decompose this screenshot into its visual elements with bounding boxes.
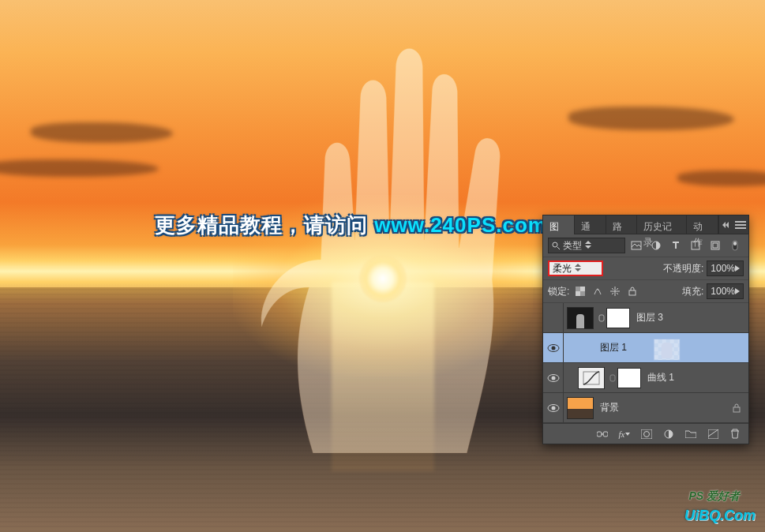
new-adjustment-button[interactable] xyxy=(660,425,677,443)
filter-shape-icon[interactable] xyxy=(687,238,704,253)
watermark-text-a: 更多精品教程，请访问 xyxy=(155,213,374,237)
lock-icon xyxy=(729,403,744,413)
chevron-updown-icon xyxy=(585,240,591,251)
visibility-toggle[interactable] xyxy=(543,303,564,333)
layer-mask-thumbnail[interactable] xyxy=(617,368,641,388)
lock-transparency-icon[interactable] xyxy=(572,283,588,299)
new-group-button[interactable] xyxy=(682,425,699,443)
fill-input[interactable]: 100% xyxy=(707,283,744,299)
corner-watermark-script: PS 爱好者 xyxy=(688,489,740,504)
eye-icon xyxy=(547,403,560,413)
layer-thumbnail[interactable] xyxy=(567,307,594,329)
watermark-text: 更多精品教程，请访问 www.240PS.com xyxy=(155,212,547,239)
tab-history[interactable]: 历史记录 xyxy=(637,215,687,234)
layer-row[interactable]: 背景 xyxy=(543,393,748,423)
eye-icon xyxy=(547,343,560,353)
fill-value: 100% xyxy=(711,286,735,297)
svg-rect-11 xyxy=(629,290,636,295)
layer-row[interactable]: 图层 1 xyxy=(543,333,748,363)
layer-thumbnail[interactable] xyxy=(567,397,594,419)
delete-layer-button[interactable] xyxy=(726,425,744,443)
filter-type-icon[interactable] xyxy=(667,238,684,253)
opacity-input[interactable]: 100% xyxy=(707,260,744,276)
svg-rect-3 xyxy=(692,242,699,249)
layer-row[interactable]: 曲线 1 xyxy=(543,363,748,393)
layer-name[interactable]: 曲线 1 xyxy=(644,371,744,384)
filter-kind-label: 类型 xyxy=(563,239,582,253)
svg-rect-24 xyxy=(641,429,652,439)
curves-icon xyxy=(579,368,604,388)
visibility-toggle[interactable] xyxy=(543,393,564,423)
visibility-toggle[interactable] xyxy=(543,363,564,393)
visibility-toggle[interactable] xyxy=(543,333,564,363)
svg-point-0 xyxy=(553,242,557,247)
new-layer-button[interactable] xyxy=(704,425,722,443)
layer-mask-thumbnail[interactable] xyxy=(606,308,630,328)
blend-mode-select[interactable]: 柔光 xyxy=(548,260,603,276)
filter-kind-select[interactable]: 类型 xyxy=(548,238,625,253)
filter-smart-icon[interactable] xyxy=(707,238,724,253)
svg-point-16 xyxy=(551,376,555,380)
svg-rect-5 xyxy=(713,243,718,248)
chevron-updown-icon xyxy=(575,263,581,274)
link-layers-button[interactable] xyxy=(594,425,611,443)
fill-label: 填充: xyxy=(682,285,703,298)
lock-all-icon[interactable] xyxy=(624,283,640,299)
opacity-value: 100% xyxy=(711,263,735,274)
chevron-right-icon xyxy=(735,263,740,274)
svg-rect-21 xyxy=(733,407,740,412)
hand-overlay xyxy=(238,43,522,453)
chevron-right-icon xyxy=(735,286,740,297)
filter-adjustment-icon[interactable] xyxy=(647,238,665,253)
add-mask-button[interactable] xyxy=(638,425,655,443)
layer-name[interactable]: 图层 3 xyxy=(633,311,744,324)
layers-list[interactable]: 图层 3 图层 1 曲线 1 xyxy=(543,303,748,423)
panel-tabbar: 图层 通道 路径 历史记录 动作 xyxy=(543,215,748,234)
eye-icon xyxy=(547,373,560,383)
corner-watermark: UiBQ.Com xyxy=(684,508,756,524)
watermark-link: www.240PS.com xyxy=(374,213,547,237)
link-mask-icon[interactable] xyxy=(597,314,606,322)
blend-mode-value: 柔光 xyxy=(553,262,572,275)
tab-layers[interactable]: 图层 xyxy=(543,215,575,234)
panel-collapse-button[interactable] xyxy=(718,215,732,234)
cloud xyxy=(677,170,765,186)
filter-toggle-switch[interactable] xyxy=(726,238,744,253)
svg-rect-9 xyxy=(576,287,580,291)
blend-mode-row: 柔光 不透明度: 100% xyxy=(543,257,748,280)
panel-menu-button[interactable] xyxy=(732,215,748,234)
svg-rect-10 xyxy=(580,291,585,296)
svg-point-14 xyxy=(551,346,555,350)
svg-rect-7 xyxy=(733,242,737,245)
layer-thumbnail[interactable] xyxy=(578,367,605,389)
layer-name[interactable]: 背景 xyxy=(597,401,729,414)
tab-paths[interactable]: 路径 xyxy=(606,215,638,234)
svg-rect-12 xyxy=(599,315,604,321)
search-icon xyxy=(552,242,560,249)
layers-bottom-bar: fx xyxy=(543,423,748,444)
document-canvas[interactable]: 更多精品教程，请访问 www.240PS.com PS 爱好者 UiBQ.Com… xyxy=(0,0,765,532)
layer-thumbnail[interactable] xyxy=(654,339,681,361)
cloud xyxy=(568,107,734,130)
svg-rect-18 xyxy=(610,375,615,381)
lock-label: 锁定: xyxy=(548,285,569,298)
svg-point-25 xyxy=(644,431,650,436)
lock-position-icon[interactable] xyxy=(607,283,623,299)
opacity-label: 不透明度: xyxy=(663,262,703,275)
svg-point-20 xyxy=(551,406,555,410)
cloud xyxy=(31,122,173,143)
cloud xyxy=(0,159,159,177)
filter-pixel-icon[interactable] xyxy=(628,238,645,253)
layers-panel: 图层 通道 路径 历史记录 动作 类型 xyxy=(542,215,749,444)
tab-actions[interactable]: 动作 xyxy=(687,215,718,234)
layer-row[interactable]: 图层 3 xyxy=(543,303,748,333)
layer-fx-button[interactable]: fx xyxy=(616,425,633,443)
link-mask-icon[interactable] xyxy=(608,374,617,382)
lock-row: 锁定: 填充: 100% xyxy=(543,280,748,303)
tab-channels[interactable]: 通道 xyxy=(575,215,606,234)
lock-pixels-icon[interactable] xyxy=(590,283,606,299)
